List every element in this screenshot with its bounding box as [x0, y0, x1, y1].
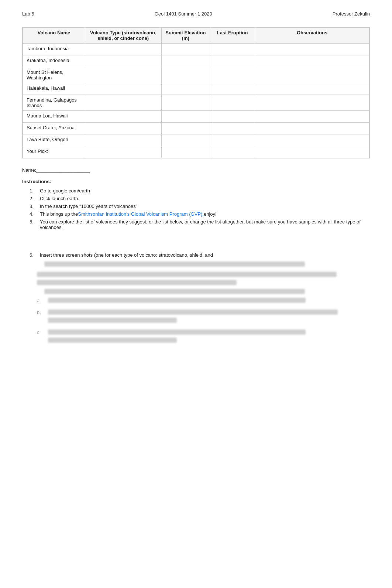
cell-eruption	[210, 55, 255, 67]
list-text-2: Click launch earth.	[40, 196, 79, 201]
list-num-3: 3.	[30, 204, 40, 209]
cell-type	[85, 111, 162, 123]
table-row: Your Pick:	[23, 146, 369, 158]
cell-type	[85, 67, 162, 83]
list-num-5: 5.	[30, 219, 40, 225]
blurred-sub-line-a1	[48, 298, 306, 303]
cell-eruption	[210, 123, 255, 134]
table-row: Krakatoa, Indonesia	[23, 55, 369, 67]
list-text-4-after: enjoy!	[204, 211, 217, 217]
cell-observations	[255, 123, 369, 134]
cell-volcano-name: Mount St Helens, Washington	[23, 67, 85, 83]
page-header: Lab 6 Geol 1401 Summer 1 2020 Professor …	[22, 11, 370, 17]
cell-summit	[161, 44, 210, 55]
list-item-1: 1. Go to google.com/earth	[22, 188, 370, 194]
cell-volcano-name: Tambora, Indonesia	[23, 44, 85, 55]
cell-volcano-name: Your Pick:	[23, 146, 85, 158]
cell-observations	[255, 55, 369, 67]
blurred-line-2	[37, 272, 337, 277]
blurred-sub-content-c	[48, 329, 370, 346]
list-text-1: Go to google.com/earth	[40, 188, 90, 194]
cell-type	[85, 123, 162, 134]
list-num-6: 6.	[30, 252, 40, 258]
instructions-title: Instructions:	[22, 179, 370, 184]
volcano-table: Volcano Name Volcano Type (stratovolcano…	[23, 27, 369, 158]
col-header-observations: Observations	[255, 28, 369, 44]
table-header-row: Volcano Name Volcano Type (stratovolcano…	[23, 28, 369, 44]
cell-volcano-name: Mauna Loa, Hawaii	[23, 111, 85, 123]
name-underline: ____________________	[36, 167, 90, 173]
cell-summit	[161, 111, 210, 123]
name-field: Name:____________________	[22, 167, 370, 173]
cell-type	[85, 95, 162, 111]
volcano-table-wrapper: Volcano Name Volcano Type (stratovolcano…	[22, 27, 370, 158]
cell-volcano-name: Lava Butte, Oregon	[23, 134, 85, 146]
cell-eruption	[210, 83, 255, 95]
list-item-2: 2. Click launch earth.	[22, 196, 370, 201]
col-header-eruption: Last Eruption	[210, 28, 255, 44]
cell-type	[85, 44, 162, 55]
cell-eruption	[210, 146, 255, 158]
blurred-line-4	[44, 289, 305, 294]
list-num-4: 4.	[30, 211, 40, 217]
col-header-type: Volcano Type (stratovolcano, shield, or …	[85, 28, 162, 44]
cell-volcano-name: Sunset Crater, Arizona	[23, 123, 85, 134]
instructions-section: Instructions: 1. Go to google.com/earth …	[22, 179, 370, 230]
cell-volcano-name: Krakatoa, Indonesia	[23, 55, 85, 67]
instructions-list: 1. Go to google.com/earth 2. Click launc…	[22, 188, 370, 230]
blurred-sub-a: a.	[22, 298, 370, 306]
header-lab: Lab 6	[22, 11, 34, 17]
cell-eruption	[210, 134, 255, 146]
table-row: Lava Butte, Oregon	[23, 134, 369, 146]
cell-summit	[161, 67, 210, 83]
cell-eruption	[210, 44, 255, 55]
gvp-link[interactable]: Smithsonian Institution's Global Volcani…	[78, 211, 204, 217]
blurred-sub-b: b.	[22, 310, 370, 326]
cell-summit	[161, 134, 210, 146]
blurred-sub-line-c1	[48, 329, 306, 335]
list-num-2: 2.	[30, 196, 40, 201]
blurred-sub-line-b1	[48, 310, 338, 315]
blurred-sub-content-a	[48, 298, 370, 306]
cell-summit	[161, 95, 210, 111]
sub-num-a: a.	[37, 298, 48, 303]
cell-type	[85, 83, 162, 95]
cell-observations	[255, 146, 369, 158]
list-item-3: 3. In the search type "10000 years of vo…	[22, 204, 370, 209]
table-row: Mauna Loa, Hawaii	[23, 111, 369, 123]
blurred-sub-c: c.	[22, 329, 370, 346]
cell-eruption	[210, 95, 255, 111]
blurred-sub-line-c2	[48, 338, 177, 343]
blurred-sub-line-b2	[48, 318, 177, 323]
cell-summit	[161, 83, 210, 95]
list-num-1: 1.	[30, 188, 40, 194]
blurred-line-1	[44, 261, 305, 267]
blurred-section: 6. Insert three screen shots (one for ea…	[22, 252, 370, 346]
cell-volcano-name: Haleakala, Hawaii	[23, 83, 85, 95]
cell-summit	[161, 146, 210, 158]
blurred-sub-content-b	[48, 310, 370, 326]
list-text-6: Insert three screen shots (one for each …	[40, 252, 213, 258]
cell-type	[85, 55, 162, 67]
col-header-name: Volcano Name	[23, 28, 85, 44]
header-professor: Professor Zekulin	[333, 11, 370, 17]
list-text-4-before: This brings up the	[40, 211, 78, 217]
cell-type	[85, 146, 162, 158]
list-item-6: 6. Insert three screen shots (one for ea…	[22, 252, 370, 258]
header-course: Geol 1401 Summer 1 2020	[155, 11, 212, 17]
cell-summit	[161, 123, 210, 134]
cell-eruption	[210, 67, 255, 83]
table-row: Tambora, Indonesia	[23, 44, 369, 55]
sub-num-b: b.	[37, 310, 48, 315]
cell-observations	[255, 83, 369, 95]
blurred-line-3	[37, 280, 237, 285]
table-row: Mount St Helens, Washington	[23, 67, 369, 83]
list-text-3: In the search type "10000 years of volca…	[40, 204, 137, 209]
cell-summit	[161, 55, 210, 67]
cell-observations	[255, 111, 369, 123]
table-row: Sunset Crater, Arizona	[23, 123, 369, 134]
cell-eruption	[210, 111, 255, 123]
list-item-4: 4. This brings up the Smithsonian Instit…	[22, 211, 370, 217]
cell-observations	[255, 67, 369, 83]
table-row: Fernandina, Galapagos Islands	[23, 95, 369, 111]
